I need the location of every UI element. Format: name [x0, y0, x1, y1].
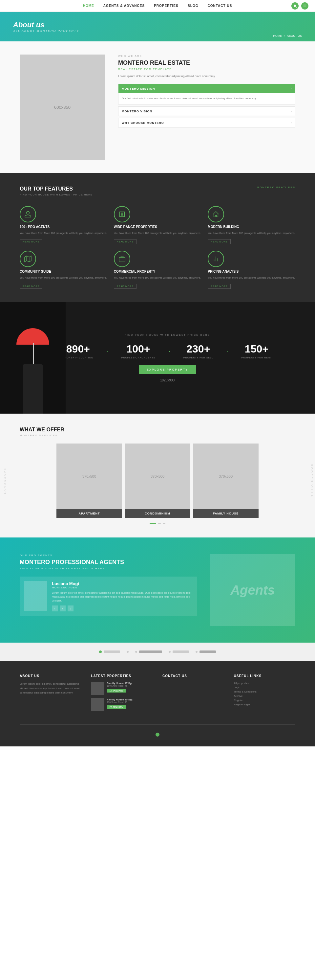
nav-link-agents-&-advances[interactable]: AGENTS & ADVANCES — [103, 4, 145, 8]
footer-link-5[interactable]: Register login — [234, 703, 296, 706]
footer-about: ABOUT US Lorem ipsum dolor sit amet, con… — [20, 674, 81, 714]
footer-link-1[interactable]: Login — [234, 686, 296, 689]
stats-image-label: 1920x900 — [160, 379, 174, 382]
indicator-dot-active — [99, 651, 102, 653]
indicator-dot-inactive-3 — [169, 651, 171, 653]
indicator-group-1 — [99, 651, 120, 653]
breadcrumb-current: ABOUT US — [287, 34, 302, 37]
svg-point-0 — [294, 5, 296, 7]
indicator-dot-inactive-1 — [127, 651, 129, 653]
stat-item-2: 230+PROPERTY FOR SELL — [184, 343, 213, 359]
stat-desc-2: PROPERTY FOR SELL — [184, 356, 213, 359]
footer-link-0[interactable]: All properties — [234, 682, 296, 685]
footer-prop-title-1: Family House 25 Sgt — [107, 698, 133, 701]
stats-label: FIND YOUR HOUSE WITH LOWEST PRICE HERE — [125, 334, 210, 336]
accordion-arrow-0: › — [291, 87, 292, 90]
offer-title: WHAT WE OFFER — [20, 427, 295, 433]
stat-item-0: 890+PROPERTY LOCATION — [63, 343, 93, 359]
footer-prop-date-badge-1[interactable]: 25 JANUARY — [107, 705, 126, 709]
about-description: Lorem ipsum dolor sit amet, consectetur … — [118, 74, 295, 78]
feature-link-5[interactable]: READ MORE — [208, 284, 230, 289]
feature-icon-chart — [208, 251, 224, 267]
nav-link-properties[interactable]: PROPERTIES — [154, 4, 178, 8]
stat-number-1: 100+ — [122, 343, 155, 355]
offer-card-0[interactable]: 370x500APARTMENT — [57, 444, 122, 518]
footer-link-3[interactable]: Archive — [234, 695, 296, 697]
offer-card-1[interactable]: 370x500CONDOMINIUM — [125, 444, 190, 518]
feature-link-1[interactable]: READ MORE — [114, 239, 136, 244]
indicator-group-3 — [135, 651, 162, 653]
features-header: OUR TOP FEATURES FIND YOUR HOUSE WITH LO… — [20, 186, 295, 196]
nav-link-contact-us[interactable]: CONTACT US — [208, 4, 232, 8]
stats-section: FIND YOUR HOUSE WITH LOWEST PRICE HERE 8… — [0, 302, 315, 414]
accordion-header-1[interactable]: MONTERO VISION› — [119, 107, 295, 116]
agents-content: OUR PRO AGENTS MONTERO PROFESSIONAL AGEN… — [20, 554, 197, 626]
footer-property-0: Family House 17 Sgt190 Shore Road, 4517 … — [91, 682, 153, 695]
nav-link-blog[interactable]: BLOG — [188, 4, 198, 8]
feature-name-0: 100+ PRO AGENTS — [20, 225, 49, 229]
feature-link-3[interactable]: READ MORE — [20, 284, 42, 289]
stat-desc-0: PROPERTY LOCATION — [63, 356, 93, 359]
accordion-title-0: MONTERO MISSION — [122, 87, 155, 90]
feature-link-4[interactable]: READ MORE — [114, 284, 136, 289]
offer-card-2[interactable]: 370x500FAMILY HOUSE — [193, 444, 258, 518]
feature-icon-building — [114, 206, 130, 223]
indicator-dot-inactive-4 — [196, 651, 198, 653]
feature-card-2: MODERN BUILDINGYou have three from More … — [208, 206, 295, 244]
indicator-bar-4 — [199, 651, 216, 653]
nav-menu-icon[interactable] — [301, 2, 309, 10]
about-section: 600x850 WHO WE ARE MONTERO REAL ESTATE R… — [0, 41, 315, 173]
feature-name-5: PRICING ANALYSIS — [208, 270, 239, 273]
feature-card-1: WIDE RANGE PROPERTIESYou have three from… — [114, 206, 201, 244]
footer-prop-image-1 — [91, 698, 104, 711]
agent-photo — [24, 581, 47, 611]
agent-name: Lusiana Mogi — [52, 581, 192, 586]
footer-link-4[interactable]: Register — [234, 699, 296, 702]
offer-pagination-dots — [20, 523, 295, 524]
footer-properties-list: Family House 17 Sgt190 Shore Road, 4517 … — [91, 682, 153, 711]
agent-social-links: f t p — [52, 606, 192, 611]
footer-bottom — [20, 724, 295, 740]
footer-prop-location-1: 190 Shore Road, 45 — [107, 701, 133, 703]
agents-bg-text: Agents — [230, 583, 275, 598]
accordion-item-1: MONTERO VISION› — [118, 107, 295, 116]
agents-decorative-image: Agents — [210, 554, 295, 626]
stat-number-3: 150+ — [241, 343, 272, 355]
stat-desc-3: PROPERTY FOR RENT — [241, 356, 272, 359]
feature-link-2[interactable]: READ MORE — [208, 239, 230, 244]
footer-prop-location-0: 190 Shore Road, 45 — [107, 685, 133, 687]
explore-property-button[interactable]: EXPLORE PROPERTY — [139, 365, 196, 374]
accordion-title-2: WHY CHOOSE MONTERO — [122, 121, 164, 124]
breadcrumb-home[interactable]: HOME — [273, 34, 282, 37]
feature-icon-map — [20, 251, 36, 267]
features-section: OUR TOP FEATURES FIND YOUR HOUSE WITH LO… — [0, 173, 315, 302]
about-content: WHO WE ARE MONTERO REAL ESTATE REAL ESTA… — [118, 54, 295, 160]
nav-search-icon[interactable] — [291, 2, 299, 10]
feature-icon-shop — [114, 251, 130, 267]
accordion-header-0[interactable]: MONTERO MISSION› — [119, 84, 295, 93]
offer-card-image-0: 370x500 — [57, 444, 122, 509]
bottom-indicators — [0, 643, 315, 661]
offer-card-image-1: 370x500 — [125, 444, 190, 509]
feature-link-0[interactable]: READ MORE — [20, 239, 42, 244]
indicator-group-2 — [127, 651, 129, 653]
offer-dot-0[interactable] — [150, 523, 156, 524]
navbar: HOMEAGENTS & ADVANCESPROPERTIESBLOGCONTA… — [0, 0, 315, 12]
nav-link-home[interactable]: HOME — [83, 4, 94, 8]
footer-prop-title-0: Family House 17 Sgt — [107, 682, 133, 685]
accordion-arrow-1: › — [291, 110, 292, 113]
nav-icons — [291, 2, 309, 10]
offer-subtitle: MONTERO SERVICES — [20, 434, 295, 437]
agent-pinterest-icon[interactable]: p — [68, 606, 73, 611]
footer-link-2[interactable]: Terms & Conditions — [234, 690, 296, 693]
accordion-body-0: Our first mission is to make our clients… — [119, 93, 295, 104]
offer-dot-2[interactable] — [163, 523, 165, 524]
offer-dot-1[interactable] — [158, 523, 161, 524]
agent-facebook-icon[interactable]: f — [52, 606, 58, 611]
footer-links-list: All propertiesLoginTerms & ConditionsArc… — [234, 682, 296, 706]
accordion-header-2[interactable]: WHY CHOOSE MONTERO› — [119, 118, 295, 127]
agent-twitter-icon[interactable]: t — [60, 606, 66, 611]
footer-links: USEFUL LINKS All propertiesLoginTerms & … — [234, 674, 296, 714]
feature-desc-0: You have three from More 100 pro agents … — [20, 231, 107, 235]
footer-prop-date-badge-0[interactable]: 17 JANUARY — [107, 689, 126, 692]
